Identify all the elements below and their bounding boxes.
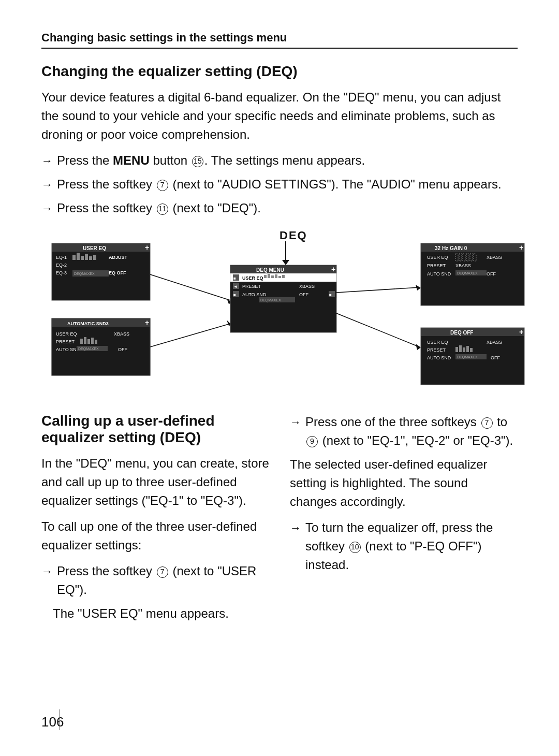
svg-text:XBASS: XBASS [455, 263, 471, 268]
svg-text:OFF: OFF [299, 292, 308, 297]
svg-text:◄: ◄ [233, 284, 238, 289]
column-left: Calling up a user-defined equalizer sett… [41, 413, 269, 630]
svg-text:OFF: OFF [491, 355, 500, 360]
svg-rect-46 [264, 275, 267, 278]
svg-text:EQ-3: EQ-3 [56, 270, 67, 275]
svg-text:DEQMAXEX: DEQMAXEX [74, 272, 95, 276]
col-left-bullet1-text: Press the softkey 7 (next to "USER EQ"). [57, 562, 269, 599]
svg-line-34 [150, 274, 230, 300]
bullet-2-text: Press the softkey 7 (next to "AUDIO SETT… [57, 175, 502, 194]
col-left-sub: The "USER EQ" menu appears. [53, 604, 269, 623]
svg-text:EQ-2: EQ-2 [56, 263, 67, 268]
heading-deq: Changing the equalizer setting (DEQ) [41, 63, 518, 80]
intro-text: Your device features a digital 6-band eq… [41, 88, 518, 144]
svg-text:EQ OFF: EQ OFF [109, 270, 126, 275]
svg-rect-9 [77, 253, 80, 260]
column-right: → Press one of the three softkeys 7 to 9… [290, 413, 518, 630]
arrow-icon: → [290, 519, 301, 536]
col-left-para2: To call up one of the three user-defined… [41, 517, 269, 555]
svg-text:EQ-1: EQ-1 [56, 255, 67, 260]
svg-text:+: + [519, 328, 523, 336]
svg-rect-11 [85, 254, 88, 260]
svg-text:AUTOMATIC SND3: AUTOMATIC SND3 [67, 321, 109, 326]
svg-rect-13 [93, 255, 96, 260]
svg-rect-96 [87, 339, 90, 344]
svg-text:DEQ MENU: DEQ MENU [256, 267, 284, 273]
section-header: Changing basic settings in the settings … [41, 31, 518, 49]
svg-rect-97 [91, 338, 94, 344]
circle-7a: 7 [157, 180, 168, 191]
deq-diagram: DEQ USER EQ + EQ-1 ADJUST EQ-2 EQ-3 DEQM… [41, 228, 518, 392]
svg-line-68 [336, 313, 419, 347]
svg-text:DEQMAXEX: DEQMAXEX [457, 271, 478, 275]
svg-text:USER EQ: USER EQ [427, 340, 448, 345]
page-number: 106 [41, 714, 64, 730]
svg-text:DEQ: DEQ [280, 229, 307, 242]
two-column-section: Calling up a user-defined equalizer sett… [41, 413, 518, 630]
svg-rect-47 [268, 274, 270, 278]
bullet-1: → Press the MENU button 15. The settings… [41, 151, 518, 170]
svg-text:ADJUST: ADJUST [109, 255, 128, 260]
bullet-1-text: Press the MENU button 15. The settings m… [57, 151, 365, 170]
svg-text:PRESET: PRESET [56, 339, 75, 344]
svg-rect-114 [470, 348, 473, 352]
svg-text:USER EQ: USER EQ [242, 275, 263, 281]
svg-text:AUTO SND: AUTO SND [56, 347, 80, 352]
bullet-3: → Press the softkey 11 (next to "DEQ"). [41, 199, 518, 217]
svg-text:DEQMAXEX: DEQMAXEX [260, 298, 281, 302]
svg-text:XBASS: XBASS [299, 284, 315, 289]
svg-text:+: + [519, 243, 523, 252]
svg-text:DEQ OFF: DEQ OFF [450, 330, 473, 336]
arrow-icon: → [41, 176, 53, 193]
circle-7c: 7 [481, 417, 493, 429]
svg-rect-113 [466, 346, 469, 352]
heading2: Calling up a user-defined equalizer sett… [41, 413, 269, 446]
svg-text:XBASS: XBASS [487, 255, 502, 260]
svg-line-36 [150, 324, 230, 347]
col-right-bullet1: → Press one of the three softkeys 7 to 9… [290, 413, 518, 450]
svg-text:AUTO SND: AUTO SND [242, 292, 267, 297]
svg-text:DEQMAXEX: DEQMAXEX [78, 347, 99, 351]
svg-marker-2 [282, 260, 289, 265]
col-right-bullet2-text: To turn the equalizer off, press the sof… [305, 518, 518, 574]
svg-rect-12 [89, 256, 92, 260]
col-right-bullet2: → To turn the equalizer off, press the s… [290, 518, 518, 574]
svg-text:+: + [145, 318, 149, 327]
col-right-bullet1-text: Press one of the three softkeys 7 to 9 (… [305, 413, 518, 450]
arrow-icon: → [41, 152, 53, 169]
svg-text:PRESET: PRESET [242, 284, 261, 289]
svg-rect-10 [81, 256, 84, 260]
svg-rect-51 [282, 275, 285, 278]
page-divider [60, 709, 60, 730]
svg-text:■: ■ [233, 276, 236, 281]
svg-rect-8 [72, 255, 76, 260]
svg-marker-67 [416, 285, 421, 290]
svg-rect-112 [463, 347, 465, 352]
svg-rect-95 [84, 337, 86, 344]
svg-rect-48 [271, 275, 274, 278]
svg-line-66 [336, 287, 419, 293]
circle-10: 10 [349, 542, 361, 553]
svg-rect-49 [275, 274, 277, 278]
svg-text:XBASS: XBASS [114, 331, 129, 337]
arrow-icon: → [41, 200, 53, 217]
col-right-para1: The selected user-defined equalizer sett… [290, 455, 518, 511]
circle-15: 15 [192, 156, 203, 167]
svg-text:DEQMAXEX: DEQMAXEX [457, 355, 478, 359]
circle-9: 9 [306, 436, 318, 447]
bullet-2: → Press the softkey 7 (next to "AUDIO SE… [41, 175, 518, 194]
bullet-3-text: Press the softkey 11 (next to "DEQ"). [57, 199, 261, 217]
svg-text:USER EQ: USER EQ [56, 331, 77, 337]
arrow-icon: → [41, 563, 53, 580]
arrow-icon: → [290, 414, 301, 431]
col-left-bullet1: → Press the softkey 7 (next to "USER EQ"… [41, 562, 269, 599]
svg-text:■: ■ [233, 293, 236, 297]
svg-rect-111 [459, 345, 462, 352]
svg-text:+: + [145, 243, 149, 252]
col-left-para1: In the "DEQ" menu, you can create, store… [41, 454, 269, 510]
svg-text:XBASS: XBASS [487, 340, 502, 345]
svg-rect-94 [80, 339, 83, 344]
svg-text:PRESET: PRESET [427, 347, 446, 353]
svg-text:OFF: OFF [118, 347, 127, 352]
circle-7b: 7 [157, 566, 168, 578]
